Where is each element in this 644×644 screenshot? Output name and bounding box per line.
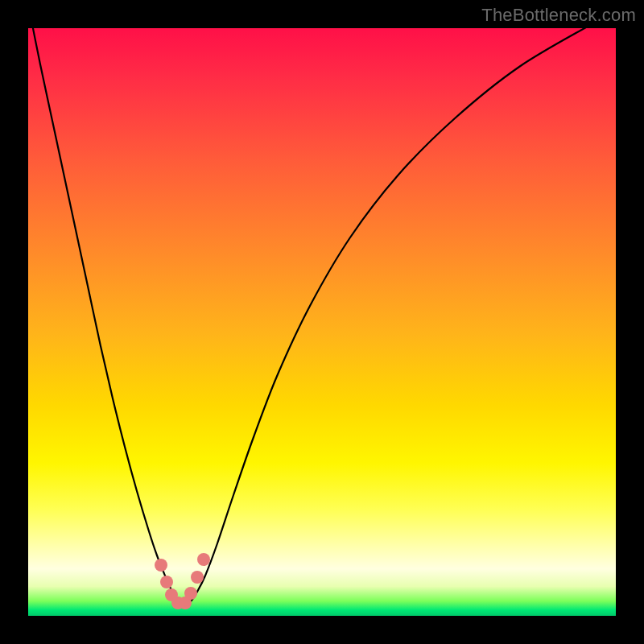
trough-marker: [191, 571, 204, 584]
watermark-text: TheBottleneck.com: [481, 5, 636, 26]
trough-marker: [184, 587, 197, 600]
bottleneck-curve: [28, 28, 616, 605]
chart-frame: TheBottleneck.com: [0, 0, 644, 644]
trough-marker: [197, 553, 210, 566]
trough-marker: [160, 576, 173, 588]
trough-marker: [155, 559, 167, 572]
trough-markers: [155, 553, 210, 609]
plot-area: [28, 28, 616, 616]
chart-svg: [28, 28, 616, 616]
